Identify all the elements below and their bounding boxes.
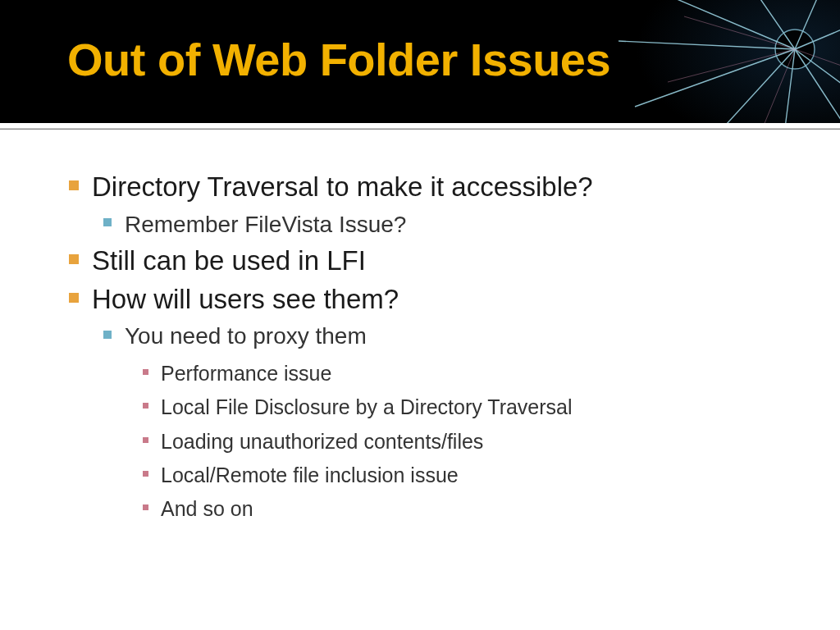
bullet-item: Performance issue — [136, 357, 791, 390]
bullet-item: Still can be used in LFI — [69, 243, 791, 280]
slide-body: Directory Traversal to make it accessibl… — [0, 130, 840, 526]
slide: Out of Web Folder Issues — [0, 0, 840, 630]
bullet-item: Local/Remote file inclusion issue — [136, 459, 791, 492]
bullet-text: Directory Traversal to make it accessibl… — [92, 171, 593, 202]
bullet-item: You need to proxy them Performance issue… — [98, 321, 791, 526]
bullet-item: Local File Disclosure by a Directory Tra… — [136, 390, 791, 424]
shattered-glass-graphic — [610, 0, 840, 123]
bullet-item: Directory Traversal to make it accessibl… — [69, 169, 791, 240]
bullet-list-level2: You need to proxy them Performance issue… — [92, 321, 791, 526]
bullet-text: Performance issue — [161, 362, 331, 385]
bullet-text: Remember FileVista Issue? — [125, 212, 406, 237]
bullet-text: Local/Remote file inclusion issue — [161, 463, 459, 486]
bullet-text: You need to proxy them — [125, 323, 367, 349]
svg-rect-0 — [610, 0, 840, 123]
bullet-list-level1: Directory Traversal to make it accessibl… — [69, 169, 791, 526]
svg-point-1 — [775, 30, 815, 69]
bullet-item: And so on — [136, 492, 791, 526]
bullet-item: How will users see them? You need to pro… — [69, 281, 791, 527]
slide-title: Out of Web Folder Issues — [67, 33, 610, 86]
bullet-list-level2: Remember FileVista Issue? — [92, 209, 791, 240]
bullet-text: And so on — [161, 497, 253, 520]
bullet-item: Remember FileVista Issue? — [98, 209, 791, 240]
bullet-item: Loading unauthorized contents/files — [136, 425, 791, 459]
bullet-text: Still can be used in LFI — [92, 245, 366, 276]
slide-header: Out of Web Folder Issues — [0, 0, 840, 123]
bullet-text: Local File Disclosure by a Directory Tra… — [161, 395, 573, 418]
bullet-text: How will users see them? — [92, 284, 399, 314]
bullet-list-level3: Performance issue Local File Disclosure … — [125, 357, 791, 526]
bullet-text: Loading unauthorized contents/files — [161, 430, 483, 453]
